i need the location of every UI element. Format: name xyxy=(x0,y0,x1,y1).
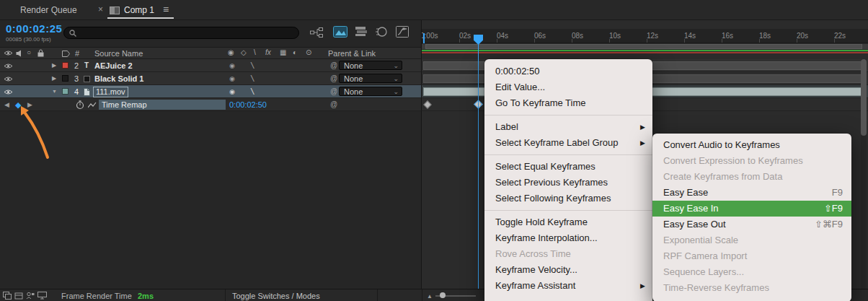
layer-name[interactable]: AEJuice 2 xyxy=(94,59,133,72)
panel-tab-bar: Render Queue × Comp 1 ≡ xyxy=(0,0,868,20)
menu-item-text: Easy Ease xyxy=(663,187,708,198)
menu-item-sequence-layers: Sequence Layers... xyxy=(652,264,851,280)
menu-item-keyframe-interpolation[interactable]: Keyframe Interpolation... xyxy=(484,230,652,246)
close-icon[interactable]: × xyxy=(98,4,103,14)
eye-icon[interactable] xyxy=(4,89,13,95)
pickwhip-icon[interactable]: @ xyxy=(330,85,337,98)
layer-row-aejuice[interactable]: ▶ 2 T AEJuice 2 ◉ \ @ None ⌄ xyxy=(0,59,422,72)
shortcut-label: F9 xyxy=(832,185,843,201)
menu-item-select-following-keyframes[interactable]: Select Following Keyframes xyxy=(484,191,652,206)
source-name-column-header[interactable]: Source Name xyxy=(94,49,143,58)
panel-menu-icon[interactable]: ≡ xyxy=(163,4,169,15)
menu-item-edit-value[interactable]: Edit Value... xyxy=(484,79,652,95)
motion-blur-icon[interactable] xyxy=(376,26,387,38)
menu-item-select-equal-keyframes[interactable]: Select Equal Keyframes xyxy=(484,159,652,175)
fx-column-icon[interactable]: fx xyxy=(265,48,271,56)
layer-list-header: ○ # Source Name ◉ ◇ \ fx ▦ ◐ ⊙ Parent & … xyxy=(0,48,422,59)
shy-column-icon[interactable]: ◉ xyxy=(228,48,234,56)
frame-blend-column-icon[interactable]: ▦ xyxy=(280,48,286,56)
menu-item-keyframe-velocity[interactable]: Keyframe Velocity... xyxy=(484,262,652,278)
expand-chevron-icon[interactable]: ▶ xyxy=(52,59,56,72)
shy-switch-icon[interactable]: ◉ xyxy=(229,72,235,85)
layer-name[interactable]: 111.mov xyxy=(93,85,128,98)
menu-item-select-keyframe-label-group[interactable]: Select Keyframe Label Group▶ xyxy=(484,135,652,151)
work-area-bar[interactable] xyxy=(422,44,868,49)
property-name[interactable]: Time Remap xyxy=(99,100,226,110)
eye-icon[interactable] xyxy=(4,76,13,82)
quality-switch-icon[interactable]: \ xyxy=(250,85,255,98)
scrollbar-thumb[interactable] xyxy=(861,59,867,136)
quality-switch-icon[interactable]: \ xyxy=(250,59,255,72)
time-remap-property-row[interactable]: ◀ ◆ ▶ Time Remap 0:00:02:50 @ xyxy=(0,98,422,111)
network-render-icon[interactable] xyxy=(37,292,47,300)
layer-panel-empty-area xyxy=(0,111,422,289)
keyframe-context-menu: 0:00:02:50 Edit Value... Go To Keyframe … xyxy=(484,59,652,301)
zoom-out-mountain-icon[interactable]: ▲ xyxy=(427,293,433,300)
menu-item-keyframe-assistant[interactable]: Keyframe Assistant▶ xyxy=(484,278,652,294)
shy-switch-icon[interactable]: ◉ xyxy=(229,59,235,72)
label-column-icon[interactable] xyxy=(62,51,70,57)
frame-counter: 00085 (30.00 fps) xyxy=(6,36,51,43)
live-update-icon[interactable] xyxy=(3,292,12,300)
draft-mountains-icon[interactable] xyxy=(333,26,347,38)
search-input[interactable] xyxy=(63,27,299,39)
tab-render-queue[interactable]: Render Queue xyxy=(20,5,77,15)
menu-item-easy-ease-in[interactable]: Easy Ease In⇧F9 xyxy=(652,201,851,217)
expand-chevron-icon[interactable]: ▶ xyxy=(52,72,56,85)
tab-comp-1[interactable]: Comp 1 xyxy=(124,5,154,15)
menu-separator xyxy=(484,210,652,211)
number-column-header[interactable]: # xyxy=(75,49,79,58)
motion-blur-column-icon[interactable]: ◐ xyxy=(293,48,297,56)
quality-column-icon[interactable]: \ xyxy=(254,48,256,56)
menu-item-easy-ease-out[interactable]: Easy Ease Out⇧⌘F9 xyxy=(652,217,851,232)
lock-column-icon[interactable] xyxy=(37,49,44,57)
parent-link-column-header[interactable]: Parent & Link xyxy=(328,49,376,58)
keyframe-diamond[interactable] xyxy=(423,100,431,108)
shy-switch-icon[interactable]: ◉ xyxy=(229,85,235,98)
label-color-swatch[interactable] xyxy=(62,75,68,82)
layer-name[interactable]: Black Solid 1 xyxy=(94,72,143,85)
ruler-tick: 14s xyxy=(684,32,696,40)
layer-row-black-solid[interactable]: ▶ 3 Black Solid 1 ◉ \ @ None ⌄ xyxy=(0,72,422,85)
adjustment-column-icon[interactable]: ⊙ xyxy=(306,48,311,56)
after-effects-window: Render Queue × Comp 1 ≡ 0:00:02:25 00085… xyxy=(0,0,868,301)
eye-column-icon[interactable] xyxy=(4,50,13,56)
graph-icon[interactable] xyxy=(88,102,97,108)
search-icon xyxy=(69,30,77,38)
label-color-swatch[interactable] xyxy=(62,88,68,95)
metadata-icon[interactable] xyxy=(26,292,35,300)
ruler-tick: 16s xyxy=(722,32,733,40)
previous-keyframe-icon[interactable]: ◀ xyxy=(4,98,9,111)
parent-dropdown[interactable]: None ⌄ xyxy=(339,87,402,96)
pickwhip-icon[interactable]: @ xyxy=(330,98,337,111)
menu-item-convert-audio-to-keyframes[interactable]: Convert Audio to Keyframes xyxy=(652,137,851,153)
time-ruler[interactable]: 0:00s 02s 04s 06s 08s 10s 12s 14s 16s 18… xyxy=(422,29,868,43)
menu-item-go-to-keyframe-time[interactable]: Go To Keyframe Time xyxy=(484,95,652,111)
audio-column-icon[interactable] xyxy=(16,50,22,57)
label-color-swatch[interactable] xyxy=(62,62,68,69)
menu-item-toggle-hold-keyframe[interactable]: Toggle Hold Keyframe xyxy=(484,214,652,230)
parent-dropdown[interactable]: None ⌄ xyxy=(339,74,402,83)
current-timecode[interactable]: 0:00:02:25 xyxy=(6,22,62,35)
collapse-column-icon[interactable]: ◇ xyxy=(241,48,247,56)
vertical-scrollbar[interactable] xyxy=(861,59,867,289)
zoom-slider-knob[interactable] xyxy=(440,292,446,298)
menu-item-select-previous-keyframes[interactable]: Select Previous Keyframes xyxy=(484,175,652,191)
menu-item-easy-ease[interactable]: Easy EaseF9 xyxy=(652,185,851,201)
eye-icon[interactable] xyxy=(4,63,13,69)
mini-flowchart-icon[interactable] xyxy=(310,27,323,38)
layer-row-111mov[interactable]: ▼ 4 111.mov ◉ \ @ None ⌄ xyxy=(0,85,422,98)
proxy-icon[interactable] xyxy=(14,292,23,300)
menu-item-label[interactable]: Label▶ xyxy=(484,119,652,135)
layers-stack-icon[interactable] xyxy=(355,26,368,37)
property-value[interactable]: 0:00:02:50 xyxy=(229,98,267,111)
pickwhip-icon[interactable]: @ xyxy=(330,59,337,72)
quality-switch-icon[interactable]: \ xyxy=(250,72,255,85)
parent-dropdown[interactable]: None ⌄ xyxy=(339,61,402,70)
toggle-switches-modes-button[interactable]: Toggle Switches / Modes xyxy=(232,292,320,300)
graph-editor-icon[interactable] xyxy=(396,26,409,38)
stopwatch-icon[interactable] xyxy=(76,100,84,110)
solo-column-icon[interactable]: ○ xyxy=(27,48,31,56)
collapse-chevron-icon[interactable]: ▼ xyxy=(52,85,57,98)
pickwhip-icon[interactable]: @ xyxy=(330,72,337,85)
